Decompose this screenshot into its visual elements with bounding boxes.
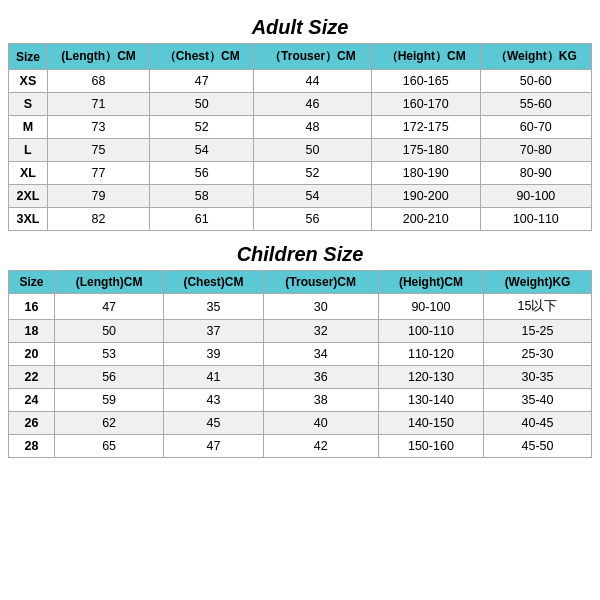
- table-cell: 160-165: [371, 70, 480, 93]
- table-cell: 38: [263, 389, 378, 412]
- table-cell: 100-110: [378, 320, 483, 343]
- table-row: 2XL795854190-20090-100: [9, 185, 592, 208]
- table-cell: 52: [254, 162, 371, 185]
- adult-header-cell: （Trouser）CM: [254, 44, 371, 70]
- children-header-cell: (Length)CM: [54, 271, 163, 294]
- table-cell: 47: [54, 294, 163, 320]
- table-cell: 47: [164, 435, 263, 458]
- table-row: 20533934110-12025-30: [9, 343, 592, 366]
- table-cell: 40: [263, 412, 378, 435]
- table-cell: 160-170: [371, 93, 480, 116]
- table-cell: 45-50: [484, 435, 592, 458]
- adult-size-title: Adult Size: [252, 16, 349, 39]
- table-cell: 77: [47, 162, 149, 185]
- table-cell: 56: [54, 366, 163, 389]
- table-cell: 39: [164, 343, 263, 366]
- table-cell: M: [9, 116, 48, 139]
- table-row: 26624540140-15040-45: [9, 412, 592, 435]
- table-cell: 61: [150, 208, 254, 231]
- table-cell: 59: [54, 389, 163, 412]
- table-cell: 24: [9, 389, 55, 412]
- table-cell: 20: [9, 343, 55, 366]
- table-cell: 44: [254, 70, 371, 93]
- table-cell: 90-100: [480, 185, 591, 208]
- table-cell: 48: [254, 116, 371, 139]
- table-cell: 60-70: [480, 116, 591, 139]
- table-cell: 75: [47, 139, 149, 162]
- table-cell: L: [9, 139, 48, 162]
- table-cell: 71: [47, 93, 149, 116]
- table-cell: 3XL: [9, 208, 48, 231]
- adult-header-cell: （Weight）KG: [480, 44, 591, 70]
- table-cell: 37: [164, 320, 263, 343]
- table-cell: 56: [150, 162, 254, 185]
- table-cell: 54: [150, 139, 254, 162]
- table-cell: XL: [9, 162, 48, 185]
- table-cell: 50: [254, 139, 371, 162]
- children-header-cell: (Chest)CM: [164, 271, 263, 294]
- table-row: L755450175-18070-80: [9, 139, 592, 162]
- table-cell: 70-80: [480, 139, 591, 162]
- table-cell: 140-150: [378, 412, 483, 435]
- table-cell: 73: [47, 116, 149, 139]
- table-cell: 16: [9, 294, 55, 320]
- table-row: 28654742150-16045-50: [9, 435, 592, 458]
- table-cell: 68: [47, 70, 149, 93]
- table-cell: 34: [263, 343, 378, 366]
- table-cell: 80-90: [480, 162, 591, 185]
- table-cell: 40-45: [484, 412, 592, 435]
- children-header-cell: (Weight)KG: [484, 271, 592, 294]
- table-row: XL775652180-19080-90: [9, 162, 592, 185]
- table-cell: 90-100: [378, 294, 483, 320]
- table-cell: 150-160: [378, 435, 483, 458]
- children-table-body: 1647353090-10015以下18503732100-11015-2520…: [9, 294, 592, 458]
- table-cell: 30-35: [484, 366, 592, 389]
- children-header-cell: Size: [9, 271, 55, 294]
- children-header-cell: (Height)CM: [378, 271, 483, 294]
- table-cell: 110-120: [378, 343, 483, 366]
- table-cell: S: [9, 93, 48, 116]
- table-row: S715046160-17055-60: [9, 93, 592, 116]
- table-cell: 41: [164, 366, 263, 389]
- table-cell: 42: [263, 435, 378, 458]
- adult-header-cell: (Length）CM: [47, 44, 149, 70]
- table-cell: 45: [164, 412, 263, 435]
- table-cell: 54: [254, 185, 371, 208]
- table-row: XS684744160-16550-60: [9, 70, 592, 93]
- table-cell: 15-25: [484, 320, 592, 343]
- table-cell: 30: [263, 294, 378, 320]
- table-cell: 43: [164, 389, 263, 412]
- table-cell: 35: [164, 294, 263, 320]
- table-cell: 172-175: [371, 116, 480, 139]
- table-cell: 26: [9, 412, 55, 435]
- table-row: 18503732100-11015-25: [9, 320, 592, 343]
- table-cell: 62: [54, 412, 163, 435]
- table-cell: 100-110: [480, 208, 591, 231]
- table-cell: 15以下: [484, 294, 592, 320]
- adult-header-cell: （Chest）CM: [150, 44, 254, 70]
- table-cell: 47: [150, 70, 254, 93]
- children-size-title: Children Size: [237, 243, 364, 266]
- table-cell: 65: [54, 435, 163, 458]
- table-cell: 200-210: [371, 208, 480, 231]
- table-cell: 180-190: [371, 162, 480, 185]
- table-cell: 25-30: [484, 343, 592, 366]
- table-cell: 53: [54, 343, 163, 366]
- table-cell: XS: [9, 70, 48, 93]
- table-cell: 18: [9, 320, 55, 343]
- table-cell: 190-200: [371, 185, 480, 208]
- table-cell: 56: [254, 208, 371, 231]
- table-cell: 130-140: [378, 389, 483, 412]
- table-row: 24594338130-14035-40: [9, 389, 592, 412]
- children-table-header: Size(Length)CM(Chest)CM(Trouser)CM(Heigh…: [9, 271, 592, 294]
- table-cell: 58: [150, 185, 254, 208]
- table-row: 3XL826156200-210100-110: [9, 208, 592, 231]
- table-cell: 82: [47, 208, 149, 231]
- table-cell: 55-60: [480, 93, 591, 116]
- children-header-cell: (Trouser)CM: [263, 271, 378, 294]
- table-row: 22564136120-13030-35: [9, 366, 592, 389]
- adult-header-cell: （Height）CM: [371, 44, 480, 70]
- table-cell: 32: [263, 320, 378, 343]
- table-cell: 28: [9, 435, 55, 458]
- table-cell: 175-180: [371, 139, 480, 162]
